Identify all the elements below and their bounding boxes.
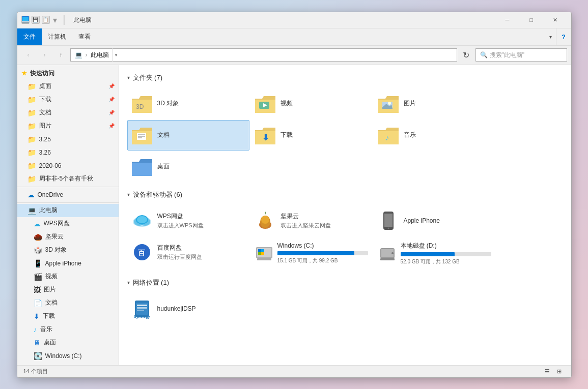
sidebar-item-desktop2[interactable]: 🖥 桌面 (17, 336, 119, 349)
sidebar-item-video[interactable]: 🎬 视频 (17, 270, 119, 283)
3d-icon: 🎲 (34, 246, 42, 254)
svg-point-32 (137, 216, 147, 223)
address-field[interactable]: 💻 › 此电脑 ▾ (70, 48, 457, 62)
svg-marker-27 (132, 163, 152, 176)
wps-item-sub: 双击进入WPS网盘 (157, 222, 204, 229)
pin-icon2: 📌 (108, 97, 115, 102)
sidebar-item-onedrive[interactable]: ☁ OneDrive (17, 188, 119, 201)
sidebar-item-thispc[interactable]: 💻 此电脑 (17, 204, 119, 217)
iphone-label: Apple iPhone (45, 260, 81, 267)
local-d-drive[interactable]: 本地磁盘 (D:) 52.0 GB 可用，共 132 GB (374, 237, 496, 270)
folder-doc-item[interactable]: 文档 (127, 120, 249, 151)
baidu-item[interactable]: 百 百度网盘 双击运行百度网盘 (127, 237, 249, 267)
folder-music-item[interactable]: ♪ 音乐 (374, 120, 496, 151)
refresh-button[interactable]: ↻ (459, 48, 473, 62)
desktop-folder-icon: 📁 (27, 82, 36, 91)
help-button[interactable]: ? (556, 28, 571, 45)
folder-dl-item[interactable]: ⬇ 下载 (250, 120, 373, 151)
ribbon-toggle[interactable]: ▾ (545, 28, 556, 45)
quick-btn2[interactable]: 📋 (42, 16, 50, 24)
baidu-item-name: 百度网盘 (157, 244, 202, 252)
dl-folder-icon: ⬇ (255, 125, 275, 145)
svg-text:百: 百 (138, 249, 146, 257)
sidebar-item-music[interactable]: ♪ 音乐 (17, 323, 119, 336)
address-dropdown[interactable]: ▾ (112, 48, 120, 62)
devices-section-header[interactable]: ▾ 设备和驱动器 (6) (127, 190, 563, 199)
iphone-item-name: Apple iPhone (404, 217, 440, 224)
folder-desktop-item[interactable]: 桌面 (127, 152, 249, 182)
sidebar-item-doc[interactable]: 📄 文档 (17, 296, 119, 310)
folder-325-icon: 📁 (27, 135, 36, 143)
documents-label: 文档 (39, 108, 51, 117)
folder-pic-item[interactable]: 图片 (374, 88, 496, 119)
quick-save-btn[interactable]: 💾 (32, 16, 40, 24)
devices-grid: WPS网盘 双击进入WPS网盘 坚果云 (127, 205, 563, 270)
music-label: 音乐 (40, 325, 52, 334)
jianguo-item[interactable]: 坚果云 双击进入坚果云网盘 (250, 205, 373, 236)
video-label: 视频 (45, 272, 58, 281)
svg-rect-2 (22, 22, 29, 23)
folder-326-icon: 📁 (27, 148, 36, 157)
sidebar-item-iphone[interactable]: 📱 Apple iPhone (17, 257, 119, 270)
iphone-item[interactable]: Apple iPhone (374, 205, 496, 236)
baidu-item-sub: 双击运行百度网盘 (157, 253, 202, 261)
svg-point-50 (391, 252, 394, 254)
wps-cloud-item[interactable]: WPS网盘 双击进入WPS网盘 (127, 205, 249, 236)
windows-c-drive[interactable]: Windows (C:) 15.1 GB 可用，共 99.2 GB (250, 237, 373, 270)
folder-3d-item[interactable]: 3D 3D 对象 (127, 88, 249, 119)
sidebar-item-326[interactable]: 📁 3.26 (17, 146, 119, 159)
title-bar-left: 💾 📋 ▾ │ 此电脑 (21, 15, 496, 25)
sidebar-item-wps[interactable]: ☁ WPS网盘 (17, 217, 119, 230)
synology-item[interactable]: Synology hudunkejiDSP (127, 293, 249, 324)
minimize-button[interactable]: ─ (496, 12, 519, 28)
iphone-icon: 📱 (34, 259, 42, 267)
icon-view-btn[interactable]: ⊞ (554, 367, 565, 376)
wps-cloud-icon (132, 211, 152, 231)
folder-video-item[interactable]: 视频 (250, 88, 373, 119)
sidebar-item-3d[interactable]: 🎲 3D 对象 (17, 244, 119, 257)
forward-button[interactable]: › (38, 48, 52, 62)
menu-view[interactable]: 查看 (72, 28, 97, 45)
menu-computer[interactable]: 计算机 (42, 28, 72, 45)
menu-file[interactable]: 文件 (17, 28, 42, 45)
sidebar-item-zhou[interactable]: 📁 周非非-5个各有千秋 (17, 172, 119, 186)
network-section-header[interactable]: ▾ 网络位置 (1) (127, 278, 563, 287)
sidebar-item-desktop[interactable]: 📁 桌面 📌 (17, 80, 119, 93)
back-button[interactable]: ‹ (21, 48, 36, 62)
325-label: 3.25 (39, 136, 51, 143)
onedrive-icon: ☁ (27, 191, 35, 199)
windows-c-bar-container (277, 251, 368, 255)
title-bar: 💾 📋 ▾ │ 此电脑 ─ □ ✕ (17, 12, 571, 28)
up-button[interactable]: ↑ (54, 48, 68, 62)
sidebar-item-325[interactable]: 📁 3.25 (17, 133, 119, 146)
sidebar-item-dl[interactable]: ⬇ 下载 (17, 310, 119, 323)
address-bar: ‹ › ↑ 💻 › 此电脑 ▾ ↻ 🔍 搜索"此电脑" (17, 46, 571, 65)
sidebar-item-jianguo[interactable]: 🌰 坚果云 (17, 230, 119, 244)
iphone-icon2 (378, 211, 399, 231)
quick-access-label: 快速访问 (30, 69, 54, 78)
wps-text-container: WPS网盘 双击进入WPS网盘 (157, 212, 204, 229)
search-box[interactable]: 🔍 搜索"此电脑" (475, 48, 567, 62)
windows-c-name: Windows (C:) (277, 242, 368, 249)
326-label: 3.26 (39, 149, 51, 156)
sidebar-item-pic[interactable]: 🖼 图片 (17, 283, 119, 296)
sidebar: ★ 快速访问 📁 桌面 📌 📁 下载 📌 📁 文档 📌 (17, 65, 119, 365)
windows-c-content: Windows (C:) 15.1 GB 可用，共 99.2 GB (277, 242, 368, 264)
detail-view-btn[interactable]: ☰ (542, 367, 553, 376)
window-controls: ─ □ ✕ (496, 12, 567, 28)
jianguo-item-name: 坚果云 (281, 212, 331, 221)
sidebar-item-downloads[interactable]: 📁 下载 📌 (17, 93, 119, 106)
pictures-label: 图片 (39, 122, 51, 130)
sidebar-item-pictures[interactable]: 📁 图片 📌 (17, 119, 119, 133)
desktop-item-text: 桌面 (157, 162, 170, 171)
local-d-name: 本地磁盘 (D:) (401, 242, 491, 250)
folders-section-header[interactable]: ▾ 文件夹 (7) (127, 73, 563, 82)
network-grid: Synology hudunkejiDSP (127, 293, 563, 324)
sidebar-item-documents[interactable]: 📁 文档 📌 (17, 106, 119, 119)
pictures-folder-icon: 📁 (27, 122, 36, 130)
sidebar-item-2020[interactable]: 📁 2020-06 (17, 159, 119, 172)
close-button[interactable]: ✕ (544, 12, 567, 28)
maximize-button[interactable]: □ (520, 12, 543, 28)
sidebar-item-windows-c[interactable]: 💽 Windows (C:) (17, 349, 119, 363)
svg-rect-37 (384, 214, 393, 227)
